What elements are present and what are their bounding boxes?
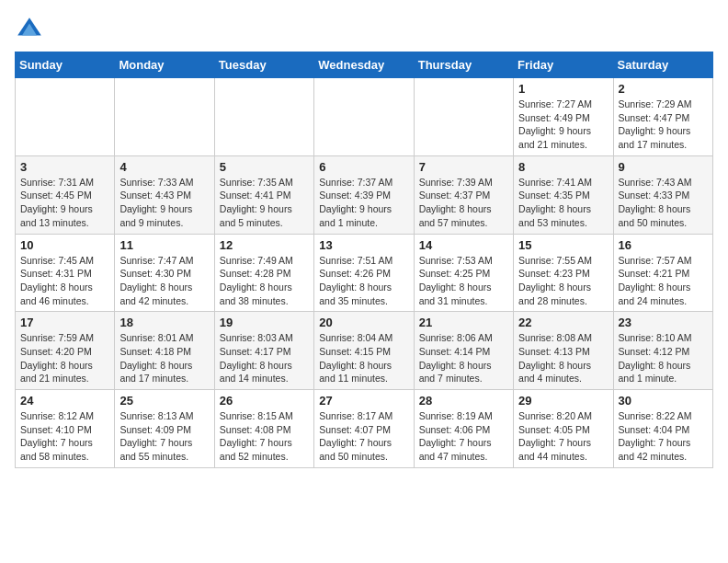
day-info: Sunrise: 7:51 AM Sunset: 4:26 PM Dayligh… <box>319 254 408 308</box>
day-number: 23 <box>619 316 708 329</box>
day-cell <box>314 78 414 156</box>
week-row-2: 10Sunrise: 7:45 AM Sunset: 4:31 PM Dayli… <box>16 234 713 312</box>
day-cell <box>115 78 214 156</box>
week-row-1: 3Sunrise: 7:31 AM Sunset: 4:45 PM Daylig… <box>16 155 713 234</box>
day-number: 28 <box>419 394 508 408</box>
day-number: 14 <box>419 238 508 252</box>
day-number: 30 <box>619 394 708 408</box>
day-info: Sunrise: 8:17 AM Sunset: 4:07 PM Dayligh… <box>319 409 408 464</box>
day-number: 29 <box>518 394 608 408</box>
day-cell: 2Sunrise: 7:29 AM Sunset: 4:47 PM Daylig… <box>613 78 712 156</box>
day-info: Sunrise: 8:12 AM Sunset: 4:10 PM Dayligh… <box>20 409 109 464</box>
day-info: Sunrise: 7:29 AM Sunset: 4:47 PM Dayligh… <box>619 98 708 152</box>
day-info: Sunrise: 7:49 AM Sunset: 4:28 PM Dayligh… <box>220 254 309 308</box>
day-cell: 29Sunrise: 8:20 AM Sunset: 4:05 PM Dayli… <box>514 390 613 468</box>
day-info: Sunrise: 8:13 AM Sunset: 4:09 PM Dayligh… <box>119 409 209 464</box>
page-header <box>15 15 713 44</box>
day-number: 26 <box>220 394 309 408</box>
day-cell <box>414 78 513 156</box>
day-cell <box>214 78 313 156</box>
day-number: 9 <box>619 160 708 174</box>
day-number: 21 <box>419 316 508 329</box>
day-number: 8 <box>518 160 608 174</box>
day-cell: 4Sunrise: 7:33 AM Sunset: 4:43 PM Daylig… <box>115 155 214 234</box>
week-row-0: 1Sunrise: 7:27 AM Sunset: 4:49 PM Daylig… <box>16 78 713 156</box>
calendar-header-row: SundayMondayTuesdayWednesdayThursdayFrid… <box>16 52 713 78</box>
day-info: Sunrise: 7:55 AM Sunset: 4:23 PM Dayligh… <box>518 254 608 308</box>
day-cell: 26Sunrise: 8:15 AM Sunset: 4:08 PM Dayli… <box>214 390 313 468</box>
weekday-header-monday: Monday <box>115 52 214 78</box>
day-cell: 27Sunrise: 8:17 AM Sunset: 4:07 PM Dayli… <box>314 390 414 468</box>
day-number: 5 <box>220 160 309 174</box>
day-number: 2 <box>619 82 708 96</box>
logo <box>15 15 48 44</box>
day-info: Sunrise: 8:08 AM Sunset: 4:13 PM Dayligh… <box>518 331 608 385</box>
day-cell: 1Sunrise: 7:27 AM Sunset: 4:49 PM Daylig… <box>514 78 613 156</box>
day-number: 4 <box>119 160 209 174</box>
day-number: 10 <box>20 238 109 252</box>
weekday-header-wednesday: Wednesday <box>314 52 414 78</box>
day-info: Sunrise: 7:35 AM Sunset: 4:41 PM Dayligh… <box>220 176 309 230</box>
day-number: 18 <box>119 316 209 329</box>
day-info: Sunrise: 7:41 AM Sunset: 4:35 PM Dayligh… <box>518 176 608 230</box>
day-number: 27 <box>319 394 408 408</box>
day-cell: 14Sunrise: 7:53 AM Sunset: 4:25 PM Dayli… <box>414 234 513 312</box>
weekday-header-saturday: Saturday <box>613 52 712 78</box>
day-number: 7 <box>419 160 508 174</box>
day-info: Sunrise: 7:57 AM Sunset: 4:21 PM Dayligh… <box>619 254 708 308</box>
day-info: Sunrise: 8:15 AM Sunset: 4:08 PM Dayligh… <box>220 409 309 464</box>
day-cell: 5Sunrise: 7:35 AM Sunset: 4:41 PM Daylig… <box>214 155 313 234</box>
week-row-4: 24Sunrise: 8:12 AM Sunset: 4:10 PM Dayli… <box>16 390 713 468</box>
week-row-3: 17Sunrise: 7:59 AM Sunset: 4:20 PM Dayli… <box>16 312 713 390</box>
day-info: Sunrise: 8:04 AM Sunset: 4:15 PM Dayligh… <box>319 331 408 385</box>
day-number: 11 <box>119 238 209 252</box>
day-number: 22 <box>518 316 608 329</box>
calendar: SundayMondayTuesdayWednesdayThursdayFrid… <box>15 52 713 468</box>
day-number: 12 <box>220 238 309 252</box>
day-cell: 13Sunrise: 7:51 AM Sunset: 4:26 PM Dayli… <box>314 234 414 312</box>
day-cell: 18Sunrise: 8:01 AM Sunset: 4:18 PM Dayli… <box>115 312 214 390</box>
day-cell: 11Sunrise: 7:47 AM Sunset: 4:30 PM Dayli… <box>115 234 214 312</box>
weekday-header-thursday: Thursday <box>414 52 513 78</box>
day-cell: 25Sunrise: 8:13 AM Sunset: 4:09 PM Dayli… <box>115 390 214 468</box>
weekday-header-sunday: Sunday <box>16 52 115 78</box>
day-number: 24 <box>20 394 109 408</box>
day-number: 25 <box>119 394 209 408</box>
day-info: Sunrise: 8:20 AM Sunset: 4:05 PM Dayligh… <box>518 409 608 464</box>
day-number: 1 <box>518 82 608 96</box>
day-info: Sunrise: 7:43 AM Sunset: 4:33 PM Dayligh… <box>619 176 708 230</box>
day-cell: 10Sunrise: 7:45 AM Sunset: 4:31 PM Dayli… <box>16 234 115 312</box>
day-number: 15 <box>518 238 608 252</box>
day-cell: 16Sunrise: 7:57 AM Sunset: 4:21 PM Dayli… <box>613 234 712 312</box>
day-number: 13 <box>319 238 408 252</box>
weekday-header-tuesday: Tuesday <box>214 52 313 78</box>
day-number: 16 <box>619 238 708 252</box>
day-info: Sunrise: 7:37 AM Sunset: 4:39 PM Dayligh… <box>319 176 408 230</box>
day-info: Sunrise: 8:01 AM Sunset: 4:18 PM Dayligh… <box>119 331 209 385</box>
day-info: Sunrise: 7:31 AM Sunset: 4:45 PM Dayligh… <box>20 176 109 230</box>
day-info: Sunrise: 8:22 AM Sunset: 4:04 PM Dayligh… <box>619 409 708 464</box>
day-cell: 19Sunrise: 8:03 AM Sunset: 4:17 PM Dayli… <box>214 312 313 390</box>
day-number: 3 <box>20 160 109 174</box>
day-number: 20 <box>319 316 408 329</box>
day-info: Sunrise: 8:06 AM Sunset: 4:14 PM Dayligh… <box>419 331 508 385</box>
day-info: Sunrise: 8:19 AM Sunset: 4:06 PM Dayligh… <box>419 409 508 464</box>
day-info: Sunrise: 8:10 AM Sunset: 4:12 PM Dayligh… <box>619 331 708 385</box>
day-cell: 3Sunrise: 7:31 AM Sunset: 4:45 PM Daylig… <box>16 155 115 234</box>
day-cell: 23Sunrise: 8:10 AM Sunset: 4:12 PM Dayli… <box>613 312 712 390</box>
weekday-header-friday: Friday <box>514 52 613 78</box>
day-cell: 7Sunrise: 7:39 AM Sunset: 4:37 PM Daylig… <box>414 155 513 234</box>
logo-icon <box>15 15 44 44</box>
day-info: Sunrise: 8:03 AM Sunset: 4:17 PM Dayligh… <box>220 331 309 385</box>
day-info: Sunrise: 7:33 AM Sunset: 4:43 PM Dayligh… <box>119 176 209 230</box>
day-info: Sunrise: 7:45 AM Sunset: 4:31 PM Dayligh… <box>20 254 109 308</box>
day-cell <box>16 78 115 156</box>
day-cell: 12Sunrise: 7:49 AM Sunset: 4:28 PM Dayli… <box>214 234 313 312</box>
day-cell: 20Sunrise: 8:04 AM Sunset: 4:15 PM Dayli… <box>314 312 414 390</box>
day-cell: 24Sunrise: 8:12 AM Sunset: 4:10 PM Dayli… <box>16 390 115 468</box>
day-cell: 22Sunrise: 8:08 AM Sunset: 4:13 PM Dayli… <box>514 312 613 390</box>
day-number: 17 <box>20 316 109 329</box>
day-number: 6 <box>319 160 408 174</box>
day-info: Sunrise: 7:53 AM Sunset: 4:25 PM Dayligh… <box>419 254 508 308</box>
day-cell: 15Sunrise: 7:55 AM Sunset: 4:23 PM Dayli… <box>514 234 613 312</box>
